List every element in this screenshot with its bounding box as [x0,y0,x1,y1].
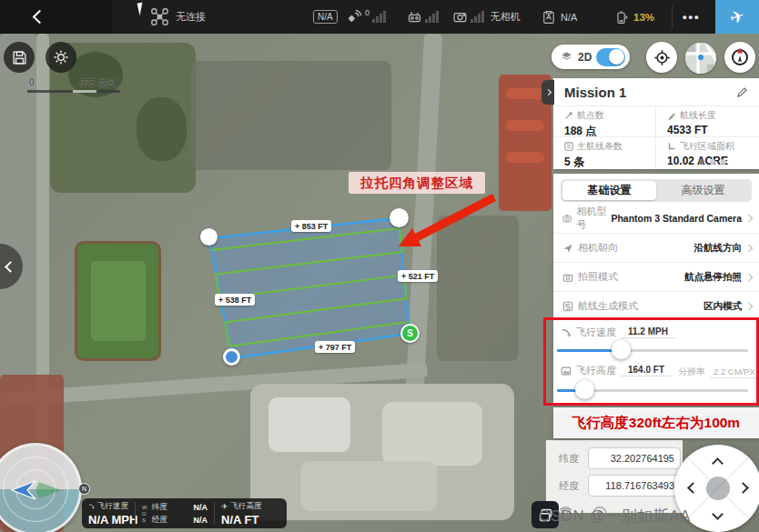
map-trees [137,97,187,161]
edge-length-label: + 521 FT [398,270,438,282]
battery-icon [614,10,629,25]
nudge-center-button[interactable] [706,477,730,500]
more-menu-button[interactable]: ••• [683,0,701,34]
telemetry-altitude: ✈飞行高度 N/A FT [215,498,287,528]
save-icon [11,49,28,66]
nudge-up-button[interactable] [712,457,724,469]
crosshair-icon [653,48,672,67]
rc-signal-bars [425,11,439,23]
nudge-right-button[interactable] [737,482,749,494]
compass-reset-button[interactable] [724,42,755,73]
checklist-icon [541,10,556,25]
status-bar: 无连接 N/A 0 无相机 [0,0,759,34]
red-arrow [390,190,503,263]
gps-signal-bars [372,11,386,23]
heading-arrow-icon [562,243,573,254]
setting-camera-heading[interactable]: 相机朝向 沿航线方向 [553,233,759,262]
telemetry-bar: 飞行速度 N/A MPH WGS 纬度N/A 经度N/A ✈飞行高度 N/A F… [82,498,287,528]
map-building [382,402,482,466]
save-mission-button[interactable] [4,42,35,73]
nudge-left-button[interactable] [687,482,699,494]
2d-label: 2D [578,51,592,64]
pen-icon [667,111,676,120]
edge-length-label: + 538 FT [215,294,255,306]
camera-signal-bars [471,11,484,23]
takeoff-button[interactable]: ✈ [715,0,759,34]
gear-icon [52,48,70,66]
camera-icon [562,213,572,224]
map-buildings [191,61,391,170]
speed-value[interactable]: 11.2 MPH [621,326,675,338]
map-building [268,397,350,452]
chevron-right-icon [745,244,753,251]
altitude-row: 飞行高度 164.0 FT [561,364,672,377]
speed-slider-track[interactable] [557,349,748,352]
resolution-readout: 分辨率 2.2 CM/PX [678,366,759,378]
lon-input[interactable]: 118.716763493 [588,475,681,497]
map-red-roof [506,152,544,163]
panel-collapse-tab[interactable] [541,80,554,105]
locate-me-button[interactable] [646,42,677,73]
watermark: CSDN @一别如斯AA [539,506,759,527]
altitude-value[interactable]: 164.0 FT [621,365,672,376]
map-field-inner [91,261,146,341]
wgs-label: WGS [142,505,147,524]
speed-row: 飞行速度 11.2 MPH [561,326,675,339]
setting-photo-mode[interactable]: 拍照模式 航点悬停拍照 [553,262,759,291]
map-red-roof [506,120,544,131]
tab-basic-settings[interactable]: 基础设置 [562,181,656,200]
settings-tabs: 基础设置 高级设置 [561,179,752,202]
edge-length-label: + 797 FT [315,341,355,353]
telemetry-speed: 飞行速度 N/A MPH [82,498,135,528]
north-badge: N [78,483,90,495]
speed-slider-handle[interactable] [612,340,631,359]
chevron-right-icon [745,273,753,280]
map-2d-toggle-pill[interactable]: 2D [552,45,630,69]
stat-route-length: 航线长度 4533 FT [656,106,759,137]
region-start-marker[interactable]: S [400,324,420,343]
region-corner-handle[interactable] [223,348,240,366]
gps-status[interactable]: 0 [347,0,386,34]
aircraft-checklist-status[interactable]: N/A [541,0,577,34]
stat-waypoints: 航点数 188 点 [553,106,656,137]
speed-icon [88,502,95,511]
camera-icon [452,9,468,25]
route-mode-icon [562,301,573,312]
drone-icon [150,7,169,26]
rc-signal[interactable] [407,0,439,34]
lon-label: 经度 [559,479,579,493]
region-corner-handle[interactable] [200,228,218,246]
back-button[interactable] [35,0,45,34]
chevron-right-icon [745,215,753,222]
minimap-icon [685,43,716,74]
camera-signal[interactable]: 无相机 [452,0,521,34]
aircraft-connection-status[interactable]: 无连接 [150,0,206,34]
setting-camera-model[interactable]: 相机型号 Phantom 3 Standard Camera [553,204,759,233]
mouse-cursor [137,3,146,16]
airplane-icon: ✈ [221,502,228,511]
lat-label: 纬度 [559,452,579,466]
mission-settings-button[interactable] [46,42,76,73]
altitude-note-text: 飞行高度320ft左右为100m [572,414,740,433]
tab-advanced-settings[interactable]: 高级设置 [656,181,750,200]
speed-icon [561,327,572,338]
altitude-note-card: 飞行高度320ft左右为100m [553,407,759,438]
route-lines-icon [564,142,573,151]
map-building [300,461,437,511]
chevron-left-icon [5,261,16,273]
flight-mode-badge: N/A [313,0,338,34]
chevron-right-icon [745,302,753,309]
mission-summary-card: Mission 1 航点数 188 点 航线长度 4533 FT 主航线条数 5… [553,78,759,169]
stats-pagination-dots[interactable] [699,159,726,165]
photo-mode-icon [562,272,573,283]
edit-mission-button[interactable] [736,86,748,98]
setting-route-mode[interactable]: 航线生成模式 区内模式 [553,291,759,320]
lat-input[interactable]: 32.202764195 [588,447,681,469]
scale-distance-label: 375 英尺 [80,77,116,90]
ruler-icon [667,142,676,151]
2d-toggle-switch[interactable] [596,48,625,66]
altitude-slider-handle[interactable] [575,380,594,399]
minimap-button[interactable] [685,43,716,74]
altitude-icon [561,366,572,376]
battery-status[interactable]: 13% [614,0,654,34]
